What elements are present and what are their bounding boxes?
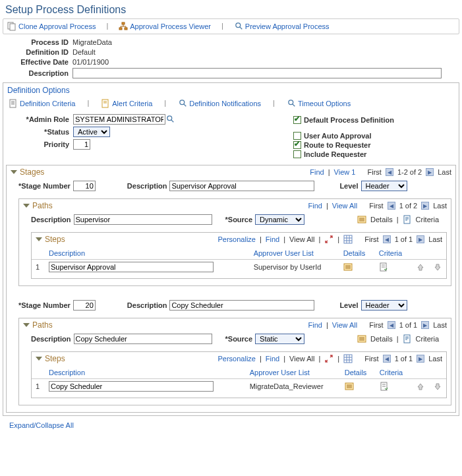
level-select[interactable]: Header bbox=[361, 300, 407, 311]
paths-find-link[interactable]: Find bbox=[308, 321, 322, 329]
stages-toolbar: Find | View 1 First ◀ 1-2 of 2 ▶ Last bbox=[310, 168, 451, 176]
definition-criteria-tab[interactable]: Definition Criteria bbox=[9, 99, 75, 108]
criteria-icon[interactable] bbox=[379, 262, 388, 272]
paths-block: Paths Find | View All First ◀ 1 of 1 ▶ L… bbox=[18, 318, 451, 405]
paths-find-link[interactable]: Find bbox=[308, 202, 322, 210]
path-desc-input[interactable] bbox=[74, 334, 212, 344]
stages-view1-link[interactable]: View 1 bbox=[334, 168, 356, 176]
definition-options-header: Definition Options bbox=[3, 83, 459, 96]
row-num: 1 bbox=[32, 260, 45, 275]
steps-find-link[interactable]: Find bbox=[266, 235, 279, 243]
lookup-icon[interactable] bbox=[167, 115, 175, 123]
level-select[interactable]: Header bbox=[361, 181, 407, 191]
grid-download-icon[interactable] bbox=[343, 354, 353, 363]
col-description[interactable]: Description bbox=[45, 367, 246, 379]
stage-description-input[interactable] bbox=[169, 181, 314, 191]
route-requester-checkbox[interactable] bbox=[293, 141, 301, 149]
details-icon[interactable] bbox=[357, 334, 366, 343]
paths-next-button[interactable]: ▶ bbox=[421, 321, 429, 329]
definition-options-tabs: Definition Criteria | Alert Criteria | D… bbox=[3, 96, 459, 112]
details-link[interactable]: Details bbox=[370, 335, 393, 343]
paths-viewall-link[interactable]: View All bbox=[332, 202, 357, 210]
zoom-icon[interactable] bbox=[324, 235, 333, 244]
stages-find-link[interactable]: Find bbox=[310, 168, 324, 176]
steps-personalize-link[interactable]: Personalize bbox=[218, 235, 256, 243]
steps-prev-button[interactable]: ◀ bbox=[383, 235, 391, 243]
col-details[interactable]: Details bbox=[341, 367, 376, 379]
details-icon[interactable] bbox=[357, 215, 366, 224]
path-desc-label: Description bbox=[31, 216, 71, 223]
user-auto-checkbox[interactable] bbox=[293, 132, 301, 140]
col-approver[interactable]: Approver User List bbox=[250, 247, 339, 260]
steps-collapse-icon[interactable] bbox=[36, 237, 42, 241]
stage-description-label: Description bbox=[127, 301, 167, 309]
approval-viewer-link[interactable]: Approval Process Viewer bbox=[119, 22, 211, 31]
preview-approval-link[interactable]: Preview Approval Process bbox=[234, 22, 330, 31]
level-label: Level bbox=[339, 301, 358, 309]
criteria-icon[interactable] bbox=[403, 334, 412, 343]
svg-line-14 bbox=[171, 120, 173, 122]
path-desc-input[interactable] bbox=[74, 214, 212, 225]
paths-viewall-link[interactable]: View All bbox=[332, 321, 357, 329]
col-details[interactable]: Details bbox=[339, 247, 375, 260]
path-source-select[interactable]: Dynamic bbox=[255, 214, 304, 225]
paths-prev-button[interactable]: ◀ bbox=[388, 321, 395, 329]
path-source-select[interactable]: Static bbox=[255, 334, 304, 344]
priority-input[interactable] bbox=[73, 139, 90, 150]
step-approver: MigrateData_Reviewer bbox=[246, 379, 341, 394]
hierarchy-icon bbox=[119, 22, 128, 31]
criteria-icon[interactable] bbox=[403, 215, 412, 224]
steps-table: Description Approver User List Details C… bbox=[32, 367, 446, 394]
clone-approval-link[interactable]: Clone Approval Process bbox=[7, 22, 96, 31]
include-requester-label: Include Requester bbox=[304, 150, 366, 158]
default-process-checkbox[interactable] bbox=[293, 116, 301, 124]
col-criteria[interactable]: Criteria bbox=[376, 367, 412, 379]
stage-number-input[interactable] bbox=[73, 181, 96, 191]
col-criteria[interactable]: Criteria bbox=[375, 247, 412, 260]
stages-pager: 1-2 of 2 bbox=[397, 168, 422, 176]
timeout-options-tab[interactable]: Timeout Options bbox=[287, 99, 351, 108]
step-desc-input[interactable] bbox=[49, 381, 214, 392]
paths-next-button[interactable]: ▶ bbox=[421, 202, 429, 210]
steps-block: Steps Personalize | Find | View All | | … bbox=[31, 232, 447, 279]
status-select[interactable]: Active bbox=[73, 127, 110, 137]
col-approver[interactable]: Approver User List bbox=[246, 367, 341, 379]
steps-collapse-icon[interactable] bbox=[36, 357, 42, 361]
steps-next-button[interactable]: ▶ bbox=[417, 235, 424, 243]
paths-title: Paths bbox=[32, 320, 53, 330]
stages-prev-button[interactable]: ◀ bbox=[386, 168, 393, 176]
svg-rect-8 bbox=[102, 100, 108, 107]
svg-line-6 bbox=[240, 27, 242, 29]
paths-prev-button[interactable]: ◀ bbox=[388, 202, 395, 210]
move-down-icon[interactable] bbox=[433, 262, 442, 272]
criteria-link[interactable]: Criteria bbox=[416, 335, 439, 343]
stages-next-button[interactable]: ▶ bbox=[426, 168, 434, 176]
step-desc-input[interactable] bbox=[49, 262, 214, 272]
criteria-link[interactable]: Criteria bbox=[416, 216, 439, 223]
paths-collapse-icon[interactable] bbox=[23, 204, 30, 208]
steps-next-button[interactable]: ▶ bbox=[417, 355, 424, 363]
expand-collapse-link[interactable]: Expand/Collapse All bbox=[3, 416, 80, 434]
definition-notifications-tab[interactable]: Definition Notifications bbox=[178, 99, 261, 108]
details-icon[interactable] bbox=[345, 382, 354, 391]
details-link[interactable]: Details bbox=[370, 216, 393, 223]
paths-collapse-icon[interactable] bbox=[23, 323, 30, 327]
admin-role-input[interactable] bbox=[73, 114, 165, 125]
steps-prev-button[interactable]: ◀ bbox=[383, 355, 391, 363]
move-up-icon[interactable] bbox=[416, 262, 425, 272]
zoom-icon[interactable] bbox=[324, 354, 333, 363]
stage-number-input[interactable] bbox=[73, 300, 96, 311]
include-requester-checkbox[interactable] bbox=[293, 150, 301, 158]
alert-criteria-tab[interactable]: Alert Criteria bbox=[101, 99, 152, 108]
description-input[interactable] bbox=[72, 68, 442, 78]
details-icon[interactable] bbox=[343, 262, 353, 272]
steps-find-link[interactable]: Find bbox=[266, 355, 279, 363]
move-down-icon[interactable] bbox=[433, 382, 442, 391]
steps-personalize-link[interactable]: Personalize bbox=[218, 355, 256, 363]
grid-download-icon[interactable] bbox=[343, 235, 353, 244]
stages-collapse-icon[interactable] bbox=[11, 170, 17, 174]
col-description[interactable]: Description bbox=[45, 247, 250, 260]
criteria-icon[interactable] bbox=[380, 382, 389, 391]
stage-description-input[interactable] bbox=[169, 300, 314, 311]
move-up-icon[interactable] bbox=[416, 382, 425, 391]
